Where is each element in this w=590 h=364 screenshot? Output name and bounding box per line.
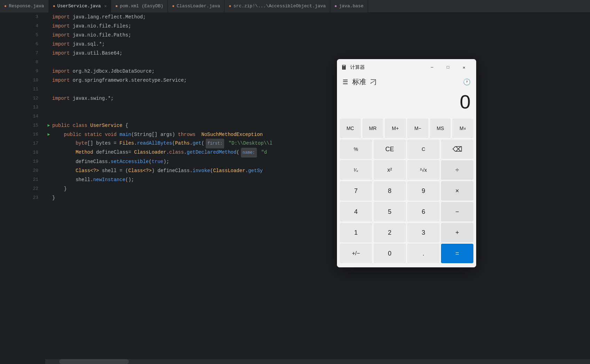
code-line-3: 3 import java.lang.reflect.Method; xyxy=(0,13,590,22)
code-line-12: 12 import javax.swing.*; xyxy=(0,94,590,103)
calc-maximize-button[interactable]: □ xyxy=(440,62,456,73)
calc-hamburger-icon[interactable]: ☰ xyxy=(343,78,348,86)
run-icon-15[interactable]: ▶ xyxy=(47,121,50,130)
tab-label-userservice: UserService.java xyxy=(57,3,101,9)
calc-app-icon: 🖩 xyxy=(341,64,347,71)
calc-btn-backspace[interactable]: ⌫ xyxy=(441,139,473,159)
calc-btn-mv[interactable]: M∨ xyxy=(452,119,473,138)
calc-btn-6[interactable]: 6 xyxy=(407,202,440,221)
code-line-15: 15 ▶ public class UserService { xyxy=(0,121,590,130)
calc-btn-divide[interactable]: ÷ xyxy=(441,160,473,180)
code-line-13: 13 xyxy=(0,103,590,112)
calc-minimize-button[interactable]: ─ xyxy=(424,62,440,73)
calc-btn-7[interactable]: 7 xyxy=(340,181,372,201)
calc-memory-row: MC MR M+ M− MS M∨ xyxy=(340,119,473,138)
calc-btn-ce[interactable]: CE xyxy=(373,139,406,159)
tab-icon-response: ● xyxy=(4,4,7,9)
calc-display-value: 0 xyxy=(460,92,471,112)
calc-btn-equals[interactable]: = xyxy=(441,244,473,263)
code-line-21: 21 shell.newInstance(); xyxy=(0,175,590,184)
calc-titlebar: 🖩 计算器 ─ □ ✕ xyxy=(337,59,476,76)
calc-display: 0 xyxy=(337,89,476,117)
code-line-23: 23 } xyxy=(0,193,590,202)
calc-btn-add[interactable]: + xyxy=(441,223,473,242)
code-line-9: 9 import org.h2.jdbcx.JdbcDataSource; xyxy=(0,67,590,76)
calc-buttons: MC MR M+ M− MS M∨ % CE C ⌫ ¹∕ₓ x² ²√x ÷ … xyxy=(337,117,476,267)
calc-btn-2[interactable]: 2 xyxy=(373,223,406,242)
calc-btn-5[interactable]: 5 xyxy=(373,202,406,221)
calc-btn-4[interactable]: 4 xyxy=(340,202,372,221)
code-line-17: 17 byte[] bytes = Files.readAllBytes(Pat… xyxy=(0,139,590,148)
code-line-16: 16 ▶ public static void main(String[] ar… xyxy=(0,130,590,139)
calc-row-3: 7 8 9 × xyxy=(340,181,473,201)
tab-classloader[interactable]: ● ClassLoader.java xyxy=(168,0,225,13)
calc-title-left: 🖩 计算器 xyxy=(341,64,365,71)
calc-row-5: 1 2 3 + xyxy=(340,223,473,242)
horizontal-scrollbar[interactable] xyxy=(45,359,590,364)
calc-row-6: +/− 0 . = xyxy=(340,244,473,263)
calc-row-4: 4 5 6 − xyxy=(340,202,473,221)
ide-container: ● Response.java ● UserService.java ✕ ● p… xyxy=(0,0,590,364)
calc-btn-ms[interactable]: MS xyxy=(430,119,451,138)
code-line-14: 14 xyxy=(0,112,590,121)
calc-btn-multiply[interactable]: × xyxy=(441,181,473,201)
code-lines: 3 import java.lang.reflect.Method; 4 imp… xyxy=(0,13,590,202)
tab-label-accessible: src.zip!\...\AccessibleObject.java xyxy=(234,3,326,9)
calc-close-button[interactable]: ✕ xyxy=(456,62,472,73)
calc-btn-9[interactable]: 9 xyxy=(407,181,440,201)
calc-win-controls: ─ □ ✕ xyxy=(424,62,472,73)
code-line-6: 6 import java.sql.*; xyxy=(0,40,590,49)
run-icon-16[interactable]: ▶ xyxy=(47,130,50,139)
code-line-4: 4 import java.nio.file.Files; xyxy=(0,22,590,31)
calc-mode-label: 标准 xyxy=(352,77,366,87)
calc-header: ☰ 标准 刁 🕐 xyxy=(337,76,476,89)
calc-row-1: % CE C ⌫ xyxy=(340,139,473,159)
code-line-5: 5 import java.nio.file.Paths; xyxy=(0,31,590,40)
code-line-19: 19 defineClass.setAccessible(true); xyxy=(0,157,590,166)
tab-icon-pom: ● xyxy=(115,4,118,9)
calc-btn-0[interactable]: 0 xyxy=(373,244,406,263)
tab-accessible[interactable]: ● src.zip!\...\AccessibleObject.java xyxy=(225,0,330,13)
code-line-8: 8 xyxy=(0,58,590,67)
calc-btn-negate[interactable]: +/− xyxy=(340,244,372,263)
calc-btn-percent[interactable]: % xyxy=(340,139,372,159)
calc-btn-mr[interactable]: MR xyxy=(362,119,384,138)
code-line-18: 18 Method defineClass= ClassLoader.class… xyxy=(0,148,590,157)
tab-userservice[interactable]: ● UserService.java ✕ xyxy=(49,0,111,13)
calc-btn-decimal[interactable]: . xyxy=(407,244,440,263)
calc-btn-mplus[interactable]: M+ xyxy=(385,119,406,138)
code-line-7: 7 import java.util.Base64; xyxy=(0,49,590,58)
tab-javabase[interactable]: ● java.base xyxy=(330,0,368,13)
code-line-11: 11 xyxy=(0,85,590,94)
code-editor[interactable]: 3 import java.lang.reflect.Method; 4 imp… xyxy=(0,13,590,364)
tab-label-javabase: java.base xyxy=(339,3,363,9)
calc-btn-sqrt[interactable]: ²√x xyxy=(407,160,440,180)
tab-label-pom: pom.xml (EasyDB) xyxy=(120,3,163,9)
code-line-22: 22 } xyxy=(0,184,590,193)
code-line-10: 10 import org.springframework.stereotype… xyxy=(0,76,590,85)
tab-icon-classloader: ● xyxy=(172,4,174,9)
calc-title-text: 计算器 xyxy=(350,64,365,71)
calc-mode-icon: 刁 xyxy=(370,78,377,86)
tab-icon-userservice: ● xyxy=(53,4,55,9)
tab-label-response: Response.java xyxy=(9,3,44,9)
calc-btn-subtract[interactable]: − xyxy=(441,202,473,221)
calc-btn-1[interactable]: 1 xyxy=(340,223,372,242)
calc-btn-3[interactable]: 3 xyxy=(407,223,440,242)
calc-btn-square[interactable]: x² xyxy=(373,160,406,180)
calc-row-2: ¹∕ₓ x² ²√x ÷ xyxy=(340,160,473,180)
tab-pom[interactable]: ● pom.xml (EasyDB) xyxy=(111,0,168,13)
tab-response[interactable]: ● Response.java xyxy=(0,0,49,13)
code-line-20: 20 Class<?> shell = (Class<?>) defineCla… xyxy=(0,166,590,175)
tab-label-classloader: ClassLoader.java xyxy=(177,3,220,9)
tab-icon-accessible: ● xyxy=(229,4,231,9)
calc-btn-clear[interactable]: C xyxy=(407,139,440,159)
calc-btn-mc[interactable]: MC xyxy=(340,119,361,138)
calc-header-left: ☰ 标准 刁 xyxy=(343,77,377,87)
calc-btn-reciprocal[interactable]: ¹∕ₓ xyxy=(340,160,372,180)
calc-btn-mminus[interactable]: M− xyxy=(407,119,428,138)
calc-btn-8[interactable]: 8 xyxy=(373,181,406,201)
tab-close-userservice[interactable]: ✕ xyxy=(104,4,107,8)
calculator-window: 🖩 计算器 ─ □ ✕ ☰ 标准 刁 🕐 0 MC MR M+ M− MS M∨ xyxy=(337,59,476,267)
calc-history-icon[interactable]: 🕐 xyxy=(463,78,471,86)
